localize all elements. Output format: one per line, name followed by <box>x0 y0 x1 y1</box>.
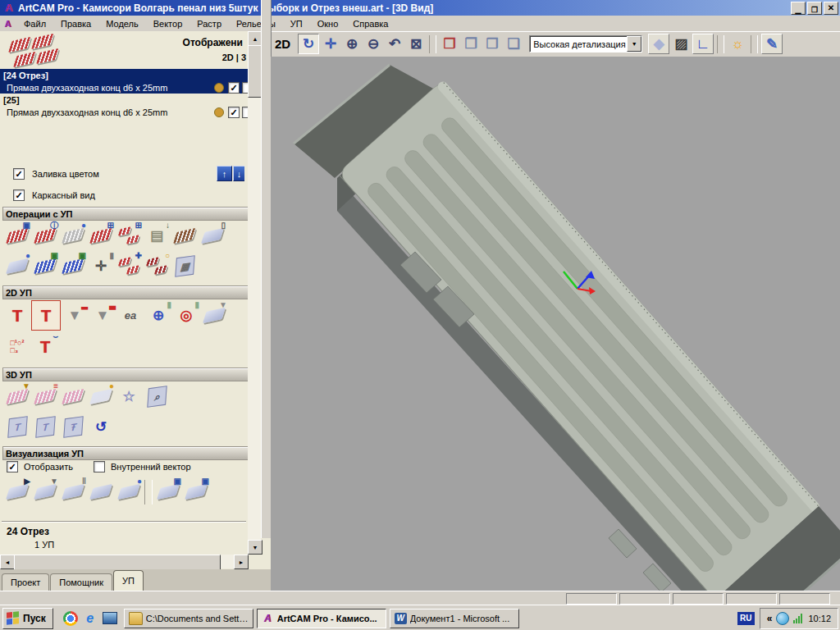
panel-view-switch[interactable]: 2D | 3 <box>222 52 246 62</box>
chrome-icon[interactable] <box>63 611 78 626</box>
taskbar-button-2[interactable]: Документ1 - Microsoft ... <box>390 609 519 628</box>
machine-rest-material-icon[interactable]: ● <box>87 382 115 411</box>
laser-tile-2-icon[interactable]: T <box>31 413 59 441</box>
view-along-y-icon[interactable]: ❒ <box>482 34 502 53</box>
machine-relief-icon[interactable]: ▼ <box>3 382 31 411</box>
lighting-icon[interactable]: ☼ <box>728 34 747 53</box>
colour-fill-checkbox[interactable]: ✓ <box>13 168 25 180</box>
move-down-button[interactable]: ↓ <box>233 166 244 181</box>
toggle-origin-icon[interactable]: ∟ <box>692 34 714 54</box>
start-button[interactable]: Пуск <box>2 608 53 629</box>
reset-simulation-block-icon[interactable] <box>87 477 115 506</box>
show-desktop-icon[interactable] <box>103 612 117 624</box>
minimize-button[interactable]: ▁ <box>791 2 806 15</box>
panel-vertical-scrollbar[interactable]: ▲ ▼ <box>248 31 261 554</box>
rotate-view-icon[interactable]: ↻ <box>298 34 319 54</box>
menu-item-4[interactable]: Растр <box>189 17 229 30</box>
menu-item-8[interactable]: Справка <box>345 17 395 30</box>
toolpath-visible-3d-checkbox[interactable] <box>242 107 248 118</box>
view-isometric-icon[interactable]: ❒ <box>440 34 459 53</box>
close-button[interactable]: ✕ <box>824 2 838 15</box>
tab-Проект[interactable]: Проект <box>2 573 49 591</box>
chevron-down-icon[interactable]: ▼ <box>627 36 641 52</box>
wireframe-checkbox[interactable]: ✓ <box>13 189 25 201</box>
tray-chevron-icon[interactable]: « <box>767 613 773 624</box>
laser-tile-3-icon[interactable]: Ŧ <box>59 413 87 441</box>
taskbar-button-0[interactable]: C:\Documents and Settin... <box>124 609 253 628</box>
profile-toolpath-icon[interactable]: T <box>3 301 31 330</box>
simulate-toolpath-control-icon[interactable]: ▶ <box>3 477 31 506</box>
area-clearance-icon[interactable]: T <box>31 300 61 331</box>
simulate-all-toolpaths-icon[interactable]: ‖ <box>59 477 87 506</box>
menu-item-5[interactable]: Рельефы <box>229 17 283 30</box>
transform-toolpath-icon[interactable]: ✛▮ <box>87 252 115 281</box>
zoom-fit-icon[interactable]: ⊠ <box>406 34 426 53</box>
signal-icon[interactable] <box>793 614 802 623</box>
scroll-down-button[interactable]: ▼ <box>248 540 262 555</box>
scroll-right-button[interactable]: ► <box>234 555 249 569</box>
fluting-icon[interactable]: ▼ <box>200 301 228 330</box>
view-along-x-icon[interactable]: ❐ <box>461 34 481 53</box>
wireframe-view-icon[interactable]: ▨ <box>671 34 691 53</box>
z-level-roughing-icon[interactable] <box>59 382 87 411</box>
menu-item-0[interactable]: Файл <box>16 17 53 30</box>
drilling-icon[interactable]: ⊕▮ <box>144 301 172 330</box>
laser-tile-1-icon[interactable]: T <box>3 413 31 441</box>
toolpath-group-row[interactable]: [24 Отрез] <box>0 69 248 81</box>
simulate-toolpath-icon[interactable]: ▼ <box>31 477 59 506</box>
toolpath-row[interactable]: Прямая двухзаходная конц d6 x 25mm ✓ <box>0 81 248 94</box>
machining-order-icon[interactable]: □¹○²□₃ <box>3 332 31 361</box>
pan-view-icon[interactable]: ✛ <box>321 34 340 53</box>
undo-toolpath-icon[interactable]: ↺ <box>87 413 115 441</box>
menu-item-1[interactable]: Правка <box>53 17 98 30</box>
material-block-icon[interactable]: ● <box>3 252 31 281</box>
copy-toolpath-icon[interactable]: ✚ <box>115 252 143 281</box>
load-toolpath-icon[interactable]: ▣ <box>59 252 87 281</box>
menu-item-3[interactable]: Вектор <box>146 17 190 30</box>
toolpath-summary-icon[interactable]: ▤↓ <box>143 221 171 250</box>
shaded-view-icon[interactable]: ◆ <box>648 34 669 54</box>
toolpath-row[interactable]: Прямая двухзаходная конц d6 x 25mm ✓ <box>0 106 248 118</box>
v-bit-carving-icon[interactable]: ▼▂ <box>61 301 89 330</box>
paint-relief-icon[interactable]: ✎ <box>761 34 783 54</box>
material-setup-icon[interactable]: ▯ <box>199 221 226 250</box>
menu-item-7[interactable]: Окно <box>310 17 346 30</box>
language-indicator[interactable]: RU <box>737 612 755 625</box>
tab-Помощник[interactable]: Помощник <box>50 573 112 591</box>
load-simulation-icon[interactable]: ▣ <box>182 477 210 506</box>
inner-vector-checkbox[interactable] <box>94 461 105 472</box>
smart-engraving-icon[interactable]: ea <box>116 301 144 330</box>
move-up-button[interactable]: ↑ <box>217 166 232 181</box>
toolpath-visible-checkbox[interactable]: ✓ <box>228 82 240 94</box>
save-simulation-icon[interactable]: ▣ <box>154 477 182 506</box>
batch-calculate-icon[interactable]: ⊞ <box>115 221 143 250</box>
show-simulation-checkbox[interactable]: ✓ <box>7 461 18 472</box>
viewport-3d[interactable] <box>271 57 840 591</box>
zoom-in-icon[interactable]: ⊕ <box>342 34 362 53</box>
tab-УП[interactable]: УП <box>113 570 144 591</box>
restore-button[interactable]: ❐ <box>807 2 822 15</box>
toolpath-info-icon[interactable]: ⓘ <box>31 221 59 250</box>
delete-toolpath-icon[interactable]: ● <box>59 221 87 250</box>
toggle-2d-view-button[interactable]: 2D <box>271 37 297 51</box>
taskbar-button-1[interactable]: ArtCAM Pro - Камисо... <box>257 609 386 628</box>
cut-out-relief-icon[interactable]: ☆ <box>115 382 143 411</box>
detail-level-dropdown[interactable]: Высокая детализация ▼ <box>529 35 642 52</box>
save-toolpath-as-icon[interactable]: ▣ <box>31 252 59 281</box>
bevelled-carving-icon[interactable]: ▼▃ <box>89 301 116 330</box>
toolpath-template-icon[interactable]: ▦ <box>171 252 199 281</box>
toolpath-visible-3d-checkbox[interactable] <box>242 82 248 94</box>
view-along-z-icon[interactable]: ❏ <box>504 34 523 53</box>
tray-app-icon[interactable] <box>776 612 789 625</box>
internet-explorer-icon[interactable] <box>83 611 98 626</box>
toolpath-fixture-icon[interactable] <box>171 221 199 250</box>
save-toolpaths-icon[interactable]: ▣ <box>3 221 31 250</box>
calculate-toolpath-icon[interactable]: ⊞ <box>87 221 115 250</box>
feature-machining-icon[interactable]: ≡ <box>31 382 59 411</box>
toolpath-inspect-icon[interactable]: ⌕ <box>143 382 171 411</box>
menu-item-2[interactable]: Модель <box>98 17 145 30</box>
panel-horizontal-scrollbar[interactable]: ◄ ► <box>0 555 248 568</box>
inlay-wizard-icon[interactable]: ◎▮ <box>172 301 200 330</box>
menu-item-6[interactable]: УП <box>283 17 310 30</box>
zoom-previous-icon[interactable]: ↶ <box>385 34 404 53</box>
